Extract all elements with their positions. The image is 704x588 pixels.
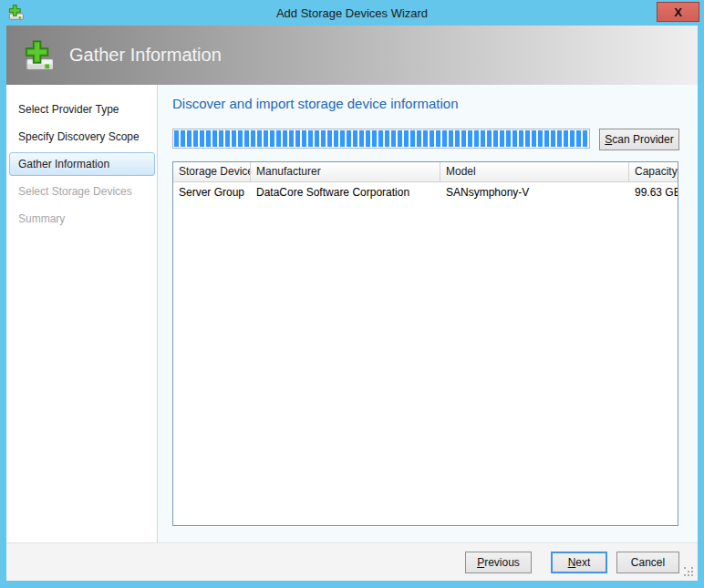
- sidebar-item-select-provider-type[interactable]: Select Provider Type: [6, 96, 157, 123]
- close-button[interactable]: X: [657, 2, 699, 22]
- wizard-header: Gather Information: [6, 26, 698, 85]
- wizard-window: Add Storage Devices Wizard X Gather Info…: [0, 0, 704, 588]
- page-heading: Discover and import storage device infor…: [172, 96, 458, 111]
- cell-manufacturer: DataCore Software Corporation: [251, 186, 440, 199]
- add-storage-device-icon: [21, 38, 57, 73]
- scan-provider-button[interactable]: Scan Provider: [599, 129, 679, 150]
- cell-storage-device: Server Group: [173, 186, 251, 199]
- cell-capacity: 99.63 GB: [629, 186, 678, 199]
- column-header-model[interactable]: Model: [440, 162, 629, 181]
- column-header-manufacturer[interactable]: Manufacturer: [251, 162, 440, 181]
- table-row[interactable]: Server Group DataCore Software Corporati…: [173, 182, 678, 202]
- storage-devices-table: Storage Device Manufacturer Model Capaci…: [172, 161, 678, 526]
- sidebar-item-specify-discovery-scope[interactable]: Specify Discovery Scope: [6, 123, 157, 150]
- next-button[interactable]: Next: [551, 552, 607, 573]
- cancel-button[interactable]: Cancel: [616, 552, 679, 573]
- page-title: Gather Information: [69, 45, 222, 66]
- main-panel: Discover and import storage device infor…: [158, 85, 698, 542]
- wizard-body: Select Provider Type Specify Discovery S…: [6, 85, 698, 542]
- sidebar-item-summary: Summary: [6, 205, 157, 232]
- steps-sidebar: Select Provider Type Specify Discovery S…: [6, 85, 158, 542]
- sidebar-item-select-storage-devices: Select Storage Devices: [6, 178, 157, 205]
- resize-grip-icon[interactable]: [684, 567, 694, 577]
- scan-progress-bar: [172, 129, 590, 149]
- cell-model: SANsymphony-V: [440, 186, 629, 199]
- previous-button[interactable]: Previous: [465, 552, 532, 573]
- window-title: Add Storage Devices Wizard: [276, 6, 428, 20]
- close-icon: X: [674, 5, 682, 19]
- sidebar-item-gather-information[interactable]: Gather Information: [9, 152, 155, 176]
- column-header-capacity[interactable]: Capacity: [629, 162, 678, 181]
- add-storage-device-icon: [7, 4, 25, 21]
- titlebar[interactable]: Add Storage Devices Wizard X: [0, 0, 704, 26]
- column-header-storage-device[interactable]: Storage Device: [173, 162, 251, 181]
- scan-progress-fill: [174, 130, 588, 147]
- table-header-row: Storage Device Manufacturer Model Capaci…: [173, 162, 678, 182]
- footer-bar: Previous Next Cancel: [6, 542, 698, 581]
